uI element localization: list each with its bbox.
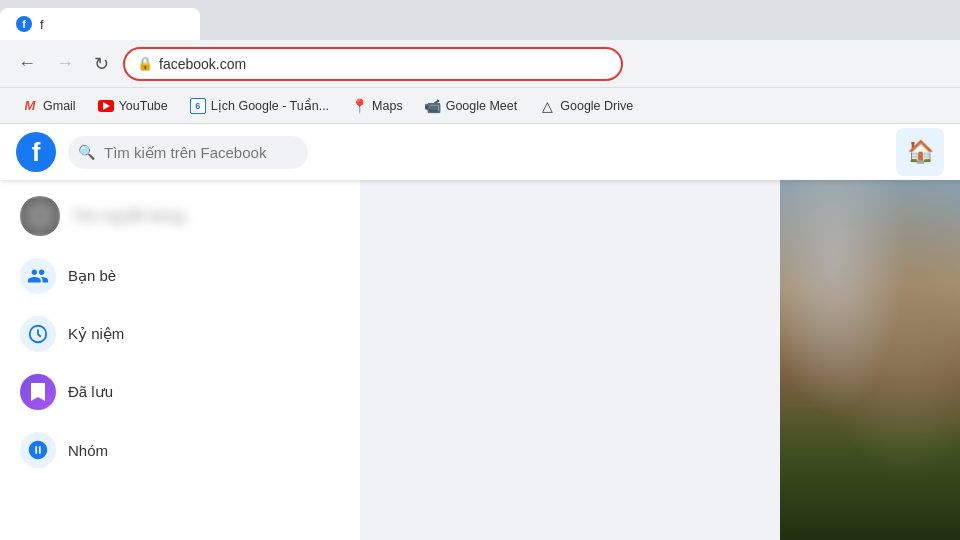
saved-icon [20,374,56,410]
active-tab[interactable]: f f [0,8,200,40]
sidebar-item-saved[interactable]: Đã lưu [8,364,352,420]
user-profile-row[interactable]: Tên người dùng [8,188,352,244]
bookmark-calendar[interactable]: 6 Lịch Google - Tuần... [180,94,339,118]
memories-label: Kỷ niệm [68,325,124,343]
forward-button[interactable]: → [50,47,80,80]
bookmark-drive[interactable]: △ Google Drive [529,94,643,118]
facebook-navbar: f 🔍 🏠 [0,124,960,180]
groups-label: Nhóm [68,442,108,459]
bookmark-gmail-label: Gmail [43,99,76,113]
gmail-icon: M [22,98,38,114]
maps-icon: 📍 [351,98,367,114]
bookmark-youtube-label: YouTube [119,99,168,113]
facebook-main: Tên người dùng Bạn bè Kỷ niệm [0,180,960,540]
refresh-button[interactable]: ↻ [88,47,115,81]
facebook-logo: f [16,132,56,172]
search-wrapper: 🔍 [68,136,308,169]
drive-icon: △ [539,98,555,114]
url-text: facebook.com [159,56,246,72]
sidebar-item-memories[interactable]: Kỷ niệm [8,306,352,362]
forward-icon: → [56,53,74,74]
bookmark-maps[interactable]: 📍 Maps [341,94,413,118]
search-icon: 🔍 [78,144,95,160]
friends-label: Bạn bè [68,267,116,285]
sidebar-item-friends[interactable]: Bạn bè [8,248,352,304]
refresh-icon: ↻ [94,53,109,75]
bookmark-youtube[interactable]: YouTube [88,94,178,118]
bookmarks-bar: M Gmail YouTube 6 Lịch Google - Tuần... … [0,88,960,124]
bookmark-meet[interactable]: 📹 Google Meet [415,94,528,118]
facebook-content [360,180,960,540]
address-bar[interactable]: 🔒 facebook.com [123,47,623,81]
bookmark-meet-label: Google Meet [446,99,518,113]
lock-icon: 🔒 [137,56,153,71]
username: Tên người dùng [72,207,185,225]
avatar [20,196,60,236]
home-button[interactable]: 🏠 [896,128,944,176]
meet-icon: 📹 [425,98,441,114]
bookmark-drive-label: Google Drive [560,99,633,113]
home-icon: 🏠 [907,139,934,165]
tab-bar: f f [0,0,960,40]
facebook-sidebar: Tên người dùng Bạn bè Kỷ niệm [0,180,360,540]
search-input[interactable] [68,136,308,169]
calendar-icon: 6 [190,98,206,114]
back-button[interactable]: ← [12,47,42,80]
navigation-bar: ← → ↻ 🔒 facebook.com [0,40,960,88]
facebook-app: f 🔍 🏠 Tên người dùng [0,124,960,540]
city-image [780,180,960,540]
sidebar-item-groups[interactable]: Nhóm [8,422,352,478]
back-icon: ← [18,53,36,74]
friends-icon [20,258,56,294]
tab-title: f [40,17,44,32]
groups-icon [20,432,56,468]
tab-favicon: f [16,16,32,32]
bookmark-calendar-label: Lịch Google - Tuần... [211,98,329,113]
youtube-icon [98,98,114,114]
bookmark-maps-label: Maps [372,99,403,113]
bookmark-gmail[interactable]: M Gmail [12,94,86,118]
address-bar-wrapper: 🔒 facebook.com [123,47,623,81]
browser-chrome: f f ← → ↻ 🔒 facebook.com M G [0,0,960,124]
nav-right: 🏠 [896,128,944,176]
saved-label: Đã lưu [68,383,113,401]
memories-icon [20,316,56,352]
